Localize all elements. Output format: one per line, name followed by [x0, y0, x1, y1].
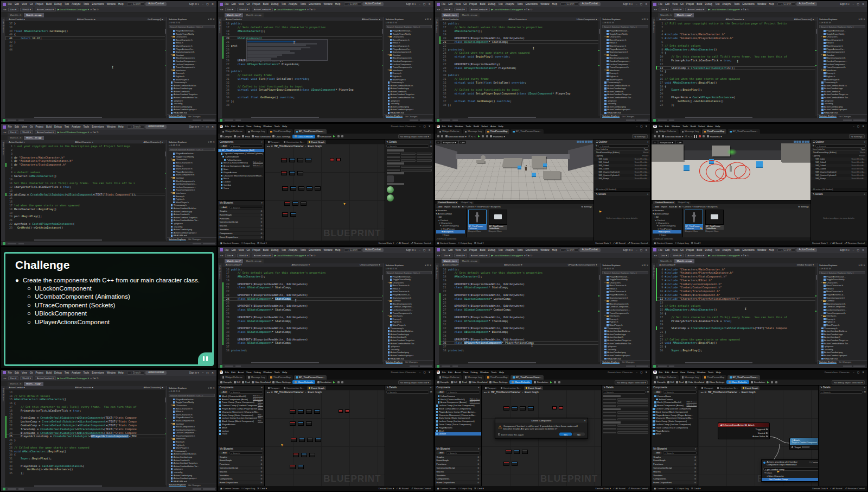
app-tab[interactable]: Message Log — [246, 375, 267, 380]
my-blueprint-section[interactable]: EventGraph⊕ — [218, 213, 264, 217]
my-blueprint-section[interactable]: Variables⊕ — [218, 228, 264, 231]
configuration-dropdown[interactable]: Dev ▾ — [8, 8, 18, 11]
add-button[interactable]: + Add — [436, 451, 445, 455]
blueprint-node[interactable] — [512, 406, 518, 411]
vs-search-box[interactable]: ⌕ Search — [560, 248, 578, 252]
blueprint-node[interactable] — [282, 212, 288, 217]
cmd-dropdown[interactable]: ⌘ Cmd ▾ — [474, 487, 484, 490]
breadcrumb-item[interactable]: AMainCharacter ▾ — [77, 18, 95, 21]
menu-analyze[interactable]: Analyze — [722, 249, 732, 251]
menu-window[interactable]: Window — [671, 125, 681, 128]
debug-object-dropdown[interactable]: No debug object selected ▾ — [398, 380, 431, 384]
my-blueprint-section[interactable]: Macros⊕ — [218, 224, 264, 228]
blueprint-node[interactable] — [503, 406, 509, 411]
startup-project-dropdown[interactable]: ActionCombat ▾ — [35, 376, 56, 380]
debug-object-dropdown[interactable]: No debug object selected ▾ — [398, 134, 431, 138]
app-tab[interactable]: BP_ThirdPersonChara... — [510, 129, 543, 134]
menu-actor[interactable]: Actor — [707, 125, 713, 128]
frame-challenge-slide[interactable]: Challenge ●Create the components with C+… — [1, 247, 216, 368]
menu-edit[interactable]: Edit — [14, 3, 20, 5]
menu-file[interactable]: File — [7, 371, 12, 374]
blueprint-node[interactable] — [345, 409, 349, 413]
blueprint-node[interactable] — [339, 409, 343, 413]
app-tab[interactable]: ThirdPersonMap — [268, 129, 292, 134]
breadcrumb-item[interactable]: ActionCombat ▾ — [443, 263, 459, 266]
edit-in-cpp-link[interactable]: Edit... — [258, 420, 263, 423]
breadcrumb-class[interactable]: BP_ThirdPersonCharacter — [275, 145, 304, 148]
menu-view[interactable]: View — [455, 3, 462, 5]
revision-control-button[interactable]: ⎇ Revision Control — [411, 487, 431, 490]
menu-file[interactable]: File — [7, 3, 12, 5]
menu-extensions[interactable]: Extensions — [308, 249, 321, 251]
breadcrumb-item[interactable]: AMainCharacter ▾ — [504, 263, 522, 266]
all-saved-indicator[interactable]: ✓ All Saved — [613, 487, 626, 490]
event-graph[interactable]: ◂ ▸ ⊞BP_ThirdPersonCharacter›Event Graph… — [265, 390, 385, 486]
stop-button[interactable] — [486, 135, 488, 137]
frame-ue-level-editor-simulating[interactable]: UFileEditWindowToolsBuildSelectActorHelp… — [652, 124, 867, 245]
blueprint-node[interactable] — [298, 186, 304, 191]
menu-window[interactable]: Window — [263, 371, 272, 374]
menu-file[interactable]: File — [441, 249, 446, 251]
editor-tab[interactable]: MainC...er.cpp — [244, 259, 263, 263]
browse-icon[interactable] — [658, 135, 660, 137]
menu-git[interactable]: Git — [463, 3, 468, 5]
sign-in-button[interactable]: Sign in ▾ — [189, 371, 199, 374]
solution-explorer-search[interactable]: Search Solution Explorer (Ctrl+;) — [386, 271, 432, 274]
derived-data-button[interactable]: Derived Data ▾ — [812, 487, 827, 490]
app-tab[interactable]: Widget Reflector — [437, 129, 462, 134]
code-editor[interactable]: 1// Fill out your copyright notice in th… — [656, 21, 817, 116]
menu-view[interactable]: View — [672, 3, 679, 5]
my-blueprint-section[interactable]: Variables⊕ — [435, 474, 481, 477]
derived-data-button[interactable]: Derived Data ▾ — [812, 242, 827, 244]
solution-explorer-toolbar[interactable]: ⌂ ⟳ ⊞ ⊟ ⚙ — [384, 267, 433, 270]
graph-tab[interactable]: Event Graph — [741, 386, 760, 390]
blueprint-node[interactable] — [284, 201, 290, 206]
panel-icons[interactable]: ▾ ⊟ ✕ — [208, 386, 215, 390]
solution-explorer-search[interactable]: Search Solution Explorer (Ctrl+;) — [169, 25, 215, 28]
window-controls[interactable]: – ▢ ✕ — [419, 3, 431, 5]
stop-icon[interactable] — [558, 381, 560, 383]
platform-dropdown[interactable]: Win64 ▾ — [20, 376, 33, 380]
blueprint-node[interactable] — [512, 462, 518, 466]
component-item[interactable]: Mesh — [652, 432, 698, 436]
derived-data-button[interactable]: Derived Data ▾ — [595, 487, 610, 490]
event-graph[interactable]: ◂ ▸ ⊞BP_ThirdPersonCharacter›Event Graph… — [698, 390, 818, 486]
configuration-dropdown[interactable]: Dev ▾ — [8, 376, 18, 380]
data-sources-tab[interactable]: Data Sources — [218, 263, 222, 364]
blueprint-node[interactable] — [290, 409, 296, 414]
skip-icon[interactable] — [337, 135, 340, 137]
menu-test[interactable]: Test — [63, 3, 69, 5]
sign-in-button[interactable]: Sign in ▾ — [840, 3, 850, 5]
menu-debug[interactable]: Debug — [253, 371, 261, 374]
horizontal-scrollbar[interactable] — [5, 239, 167, 241]
vs-search-box[interactable]: ⌕ Search — [777, 248, 795, 252]
toolbar-diff[interactable]: Diff — [451, 381, 457, 383]
startup-project-dropdown[interactable]: ActionCombat ▾ — [685, 8, 706, 11]
editor-tab[interactable]: MainCh...h — [658, 13, 674, 17]
details-search[interactable]: ⌕ Search — [386, 144, 429, 148]
menu-edit[interactable]: Edit — [665, 249, 671, 251]
menu-git[interactable]: Git — [29, 125, 34, 128]
menu-analyze[interactable]: Analyze — [71, 125, 81, 128]
my-blueprint-search[interactable]: ⌕ Search — [446, 451, 480, 455]
my-blueprint-section[interactable]: Graphs⊕ — [218, 456, 264, 459]
startup-project-dropdown[interactable]: ActionCombat ▾ — [252, 8, 273, 11]
details-search[interactable]: ⌕ Search — [820, 390, 863, 394]
vs-search-box[interactable]: ⌕ Search — [344, 248, 361, 252]
solution-explorer-search[interactable]: Search Solution Explorer (Ctrl+;) — [602, 25, 648, 28]
menu-help[interactable]: Help — [334, 249, 341, 251]
breadcrumb-class[interactable]: BP_ThirdPersonCharacter — [275, 391, 304, 394]
graph-tab[interactable]: Viewport — [266, 140, 281, 144]
window-controls[interactable]: – ▢ ✕ — [853, 249, 865, 251]
platform-dropdown[interactable]: Win64 ▾ — [20, 8, 33, 11]
breadcrumb-item[interactable]: AMainCharacter ▾ — [75, 141, 93, 143]
menu-build[interactable]: Build — [690, 125, 697, 128]
editor-tab[interactable]: MainC...er.cpp — [674, 259, 694, 263]
content-drawer-button[interactable]: ▣ Content Drawer — [220, 487, 239, 490]
toolbar-find[interactable]: Find — [242, 135, 250, 138]
menu-extensions[interactable]: Extensions — [525, 3, 538, 5]
solution-explorer-toolbar[interactable]: ⌂ ⟳ ⊞ ⊟ ⚙ — [601, 21, 650, 24]
cb-saveall-button[interactable]: Save All — [669, 205, 677, 208]
my-blueprint-section[interactable]: Macros⊕ — [652, 470, 698, 474]
menu-window[interactable]: Window — [540, 249, 550, 251]
